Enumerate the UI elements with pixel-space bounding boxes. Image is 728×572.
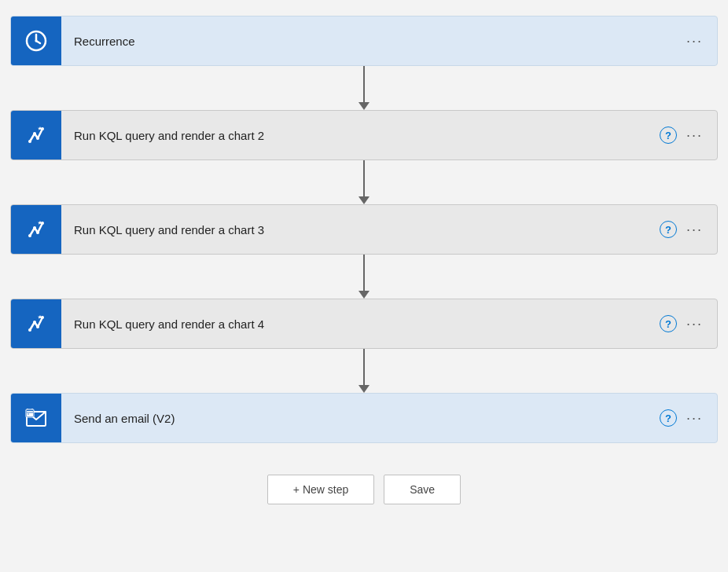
flow-container: Recurrence ··· Run KQL query [10, 16, 718, 504]
new-step-button[interactable]: + New step [267, 475, 374, 504]
svg-point-24 [28, 328, 31, 332]
svg-point-18 [36, 231, 39, 234]
step-kql4[interactable]: Run KQL query and render a chart 4 ? ··· [10, 299, 718, 349]
kql4-more-button[interactable]: ··· [685, 313, 704, 336]
kql4-actions: ? ··· [660, 313, 717, 336]
kql2-more-button[interactable]: ··· [685, 124, 704, 147]
kql2-icon-bg [11, 110, 61, 160]
step-email[interactable]: Send an email (V2) ? ··· [10, 393, 718, 443]
bottom-actions: + New step Save [267, 475, 461, 504]
arrow-head-2 [358, 196, 370, 204]
email-more-button[interactable]: ··· [685, 407, 704, 430]
svg-point-10 [36, 137, 39, 140]
svg-point-17 [33, 226, 36, 229]
svg-point-8 [28, 140, 31, 143]
kql-icon-4 [24, 311, 49, 336]
step-kql2[interactable]: Run KQL query and render a chart 2 ? ··· [10, 110, 718, 160]
svg-rect-31 [27, 411, 33, 416]
arrow-head-4 [358, 385, 370, 393]
recurrence-icon-bg [11, 16, 61, 66]
recurrence-more-button[interactable]: ··· [685, 30, 704, 53]
kql-icon-2 [24, 123, 49, 148]
kql3-help-button[interactable]: ? [660, 221, 677, 238]
kql4-help-button[interactable]: ? [660, 315, 677, 332]
clock-icon [24, 28, 49, 53]
svg-point-3 [35, 40, 38, 42]
svg-line-23 [38, 317, 42, 327]
kql2-help-button[interactable]: ? [660, 126, 677, 144]
email-actions: ? ··· [660, 407, 717, 430]
step-recurrence[interactable]: Recurrence ··· [10, 16, 718, 66]
step-label-kql3: Run KQL query and render a chart 3 [61, 223, 660, 236]
svg-point-26 [36, 325, 39, 328]
svg-point-25 [33, 321, 36, 324]
step-kql3[interactable]: Run KQL query and render a chart 3 ? ··· [10, 204, 718, 255]
recurrence-actions: ··· [685, 30, 717, 53]
svg-point-9 [33, 132, 36, 135]
save-button[interactable]: Save [384, 475, 461, 504]
arrow-3 [358, 255, 370, 299]
arrow-2 [358, 160, 370, 204]
step-label-kql4: Run KQL query and render a chart 4 [61, 317, 660, 331]
email-icon [24, 405, 49, 431]
step-label-kql2: Run KQL query and render a chart 2 [61, 129, 660, 142]
svg-line-15 [38, 223, 42, 233]
kql4-icon-bg [11, 299, 61, 349]
email-icon-bg [11, 393, 61, 443]
kql3-actions: ? ··· [660, 218, 717, 241]
arrow-1 [358, 66, 370, 110]
arrow-head-3 [358, 291, 370, 299]
kql-icon-3 [24, 217, 49, 242]
arrow-4 [358, 349, 370, 393]
step-label-recurrence: Recurrence [61, 35, 685, 48]
step-label-email: Send an email (V2) [61, 412, 660, 425]
email-help-button[interactable]: ? [660, 409, 677, 427]
arrow-head-1 [358, 102, 370, 110]
svg-point-16 [28, 234, 31, 237]
svg-line-7 [38, 129, 42, 138]
kql2-actions: ? ··· [660, 124, 717, 147]
kql3-icon-bg [11, 204, 61, 255]
kql3-more-button[interactable]: ··· [685, 218, 704, 241]
